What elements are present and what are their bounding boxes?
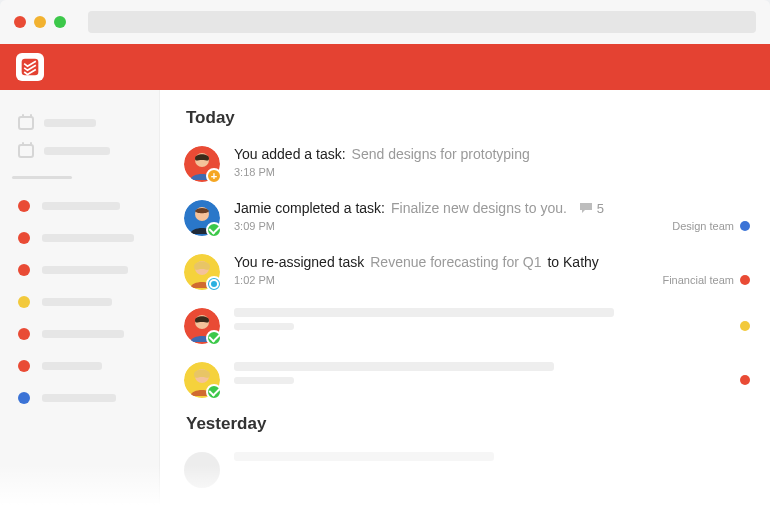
- placeholder-text: [44, 119, 96, 127]
- sidebar-nav-item[interactable]: [18, 112, 145, 134]
- activity-item[interactable]: [184, 300, 750, 354]
- activity-text: You re-assigned task Revenue forecasting…: [234, 254, 750, 270]
- sidebar: [0, 90, 160, 505]
- check-badge-icon: [206, 330, 222, 346]
- project-color-dot: [18, 296, 30, 308]
- sidebar-project-item[interactable]: [18, 225, 145, 251]
- sidebar-divider: [12, 176, 72, 179]
- activity-item[interactable]: You re-assigned task Revenue forecasting…: [184, 246, 750, 300]
- sidebar-project-item[interactable]: [18, 385, 145, 411]
- sidebar-project-item[interactable]: [18, 257, 145, 283]
- sidebar-project-item[interactable]: [18, 353, 145, 379]
- team-color-dot: [740, 221, 750, 231]
- activity-time: 3:18 PM: [234, 166, 275, 178]
- check-badge-icon: [206, 222, 222, 238]
- team-color-dot: [740, 275, 750, 285]
- activity-item[interactable]: [184, 444, 750, 498]
- activity-item[interactable]: Jamie completed a task: Finalize new des…: [184, 192, 750, 246]
- project-color-dot: [18, 328, 30, 340]
- sidebar-project-item[interactable]: [18, 321, 145, 347]
- assign-badge-icon: [206, 276, 222, 292]
- placeholder-text: [42, 266, 128, 274]
- placeholder-text: [42, 362, 102, 370]
- calendar-icon: [18, 144, 34, 158]
- placeholder-text: [42, 234, 134, 242]
- activity-text: You added a task: Send designs for proto…: [234, 146, 750, 162]
- activity-text: Jamie completed a task: Finalize new des…: [234, 200, 750, 216]
- todoist-logo[interactable]: [16, 53, 44, 81]
- avatar: [184, 452, 220, 488]
- placeholder-text: [42, 394, 116, 402]
- section-heading-today: Today: [186, 108, 750, 128]
- section-heading-yesterday: Yesterday: [186, 414, 750, 434]
- sidebar-project-item[interactable]: [18, 289, 145, 315]
- project-color-dot: [18, 392, 30, 404]
- team-tag[interactable]: Design team: [672, 220, 750, 232]
- app-main: Today + You added a task: Send designs f…: [0, 90, 770, 505]
- close-window-dot[interactable]: [14, 16, 26, 28]
- comment-icon: [579, 202, 593, 214]
- address-bar[interactable]: [88, 11, 756, 33]
- traffic-lights: [14, 16, 66, 28]
- project-color-dot: [18, 264, 30, 276]
- project-color-dot: [18, 232, 30, 244]
- placeholder-text: [42, 298, 112, 306]
- avatar: +: [184, 146, 220, 182]
- app-header: [0, 44, 770, 90]
- sidebar-nav-item[interactable]: [18, 140, 145, 162]
- avatar: [184, 254, 220, 290]
- avatar: [184, 308, 220, 344]
- team-color-dot: [740, 375, 750, 385]
- check-badge-icon: [206, 384, 222, 400]
- maximize-window-dot[interactable]: [54, 16, 66, 28]
- placeholder-text: [44, 147, 110, 155]
- project-color-dot: [18, 200, 30, 212]
- calendar-icon: [18, 116, 34, 130]
- activity-item[interactable]: [184, 354, 750, 408]
- todoist-logo-icon: [20, 57, 40, 77]
- team-color-dot: [740, 321, 750, 331]
- activity-item[interactable]: + You added a task: Send designs for pro…: [184, 138, 750, 192]
- placeholder-text: [42, 202, 120, 210]
- project-color-dot: [18, 360, 30, 372]
- team-tag[interactable]: Financial team: [662, 274, 750, 286]
- activity-feed: Today + You added a task: Send designs f…: [160, 90, 770, 505]
- sidebar-project-item[interactable]: [18, 193, 145, 219]
- avatar: [184, 200, 220, 236]
- placeholder-text: [42, 330, 124, 338]
- add-badge-icon: +: [206, 168, 222, 184]
- activity-time: 1:02 PM: [234, 274, 275, 286]
- avatar: [184, 362, 220, 398]
- activity-time: 3:09 PM: [234, 220, 275, 232]
- browser-chrome: [0, 0, 770, 44]
- comment-indicator[interactable]: 5: [579, 201, 604, 216]
- minimize-window-dot[interactable]: [34, 16, 46, 28]
